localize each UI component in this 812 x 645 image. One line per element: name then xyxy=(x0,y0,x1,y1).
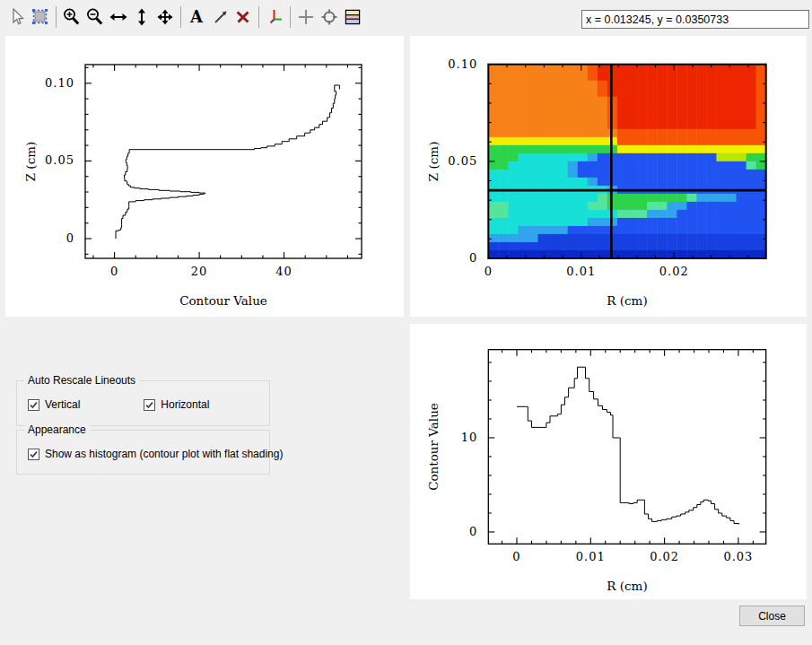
svg-text:0: 0 xyxy=(469,525,477,538)
zoom-out-icon[interactable] xyxy=(83,5,107,29)
checkbox-label: Horizontal xyxy=(161,398,209,411)
horizontal-lineout-panel: 00.010.020.03010R (cm)Contour Value xyxy=(410,324,807,599)
svg-text:40: 40 xyxy=(275,265,292,278)
checkbox-box[interactable] xyxy=(28,449,39,460)
checkbox-box[interactable] xyxy=(144,399,155,411)
coordinate-readout[interactable] xyxy=(581,10,809,29)
toolbar-separator xyxy=(258,6,259,28)
svg-text:0.02: 0.02 xyxy=(659,265,689,278)
checkbox-box[interactable] xyxy=(28,399,39,411)
groupbox-title: Auto Rescale Lineouts xyxy=(24,374,139,387)
svg-text:20: 20 xyxy=(191,265,208,278)
appearance-groupbox: Appearance Show as histogram (contour pl… xyxy=(16,430,270,475)
toolbar-separator xyxy=(180,6,181,28)
toolbar-separator xyxy=(56,6,57,28)
svg-text:Z (cm): Z (cm) xyxy=(426,142,441,182)
groupbox-title: Appearance xyxy=(24,423,90,436)
svg-text:0.05: 0.05 xyxy=(45,153,74,167)
axes-icon[interactable] xyxy=(263,5,286,29)
checkbox-label: Show as histogram (contour plot with fla… xyxy=(45,448,283,460)
expand-horizontal-icon[interactable] xyxy=(107,5,130,29)
horizontal-lineout-plot[interactable]: 00.010.020.03010R (cm)Contour Value xyxy=(410,324,807,599)
svg-text:0: 0 xyxy=(66,231,74,245)
spacer xyxy=(80,398,144,411)
close-button[interactable]: Close xyxy=(739,606,805,626)
contour-plot[interactable]: 00.010.0200.050.10R (cm)Z (cm) xyxy=(410,36,807,317)
contour-plot-panel: 00.010.0200.050.10R (cm)Z (cm) xyxy=(410,36,807,317)
svg-text:Contour Value: Contour Value xyxy=(426,403,441,491)
svg-text:0.10: 0.10 xyxy=(45,76,74,90)
svg-text:0.01: 0.01 xyxy=(566,265,596,278)
zoom-in-icon[interactable] xyxy=(60,5,83,29)
svg-text:Contour Value: Contour Value xyxy=(179,293,267,308)
svg-text:0: 0 xyxy=(469,251,477,265)
target-icon[interactable] xyxy=(318,5,341,29)
svg-text:0.03: 0.03 xyxy=(723,550,753,563)
pan-icon[interactable] xyxy=(153,5,177,29)
svg-text:0.10: 0.10 xyxy=(448,57,477,71)
svg-text:R (cm): R (cm) xyxy=(607,293,647,308)
svg-text:Z (cm): Z (cm) xyxy=(23,142,38,182)
add-text-icon[interactable]: A xyxy=(185,5,208,29)
vertical-lineout-plot[interactable]: 0204000.050.10Contour ValueZ (cm) xyxy=(5,36,404,317)
colormap-icon[interactable] xyxy=(341,5,364,29)
delete-annotation-icon[interactable] xyxy=(231,5,255,29)
svg-text:0: 0 xyxy=(512,550,520,563)
crosshair-icon[interactable] xyxy=(294,5,318,29)
checkbox-vertical[interactable]: Vertical xyxy=(28,398,80,411)
checkbox-show-as-histogram-contour-plot-with-flat-shading[interactable]: Show as histogram (contour plot with fla… xyxy=(28,448,283,460)
svg-text:A: A xyxy=(189,7,204,26)
svg-text:0.01: 0.01 xyxy=(576,550,606,563)
checkbox-horizontal[interactable]: Horizontal xyxy=(144,398,209,411)
svg-text:0.05: 0.05 xyxy=(448,154,477,168)
zoom-box-icon[interactable] xyxy=(29,5,52,29)
svg-text:0: 0 xyxy=(485,265,493,278)
pointer-icon[interactable] xyxy=(5,5,29,29)
svg-text:R (cm): R (cm) xyxy=(607,579,647,593)
svg-text:0.02: 0.02 xyxy=(650,550,679,563)
checkbox-label: Vertical xyxy=(45,398,80,411)
expand-vertical-icon[interactable] xyxy=(130,5,153,29)
draw-arrow-icon[interactable] xyxy=(208,5,231,29)
toolbar-separator xyxy=(290,6,291,28)
vertical-lineout-panel: 0204000.050.10Contour ValueZ (cm) xyxy=(5,36,404,317)
auto-rescale-groupbox: Auto Rescale Lineouts VerticalHorizontal xyxy=(16,380,270,426)
svg-text:0: 0 xyxy=(110,265,118,278)
svg-text:10: 10 xyxy=(461,431,478,444)
